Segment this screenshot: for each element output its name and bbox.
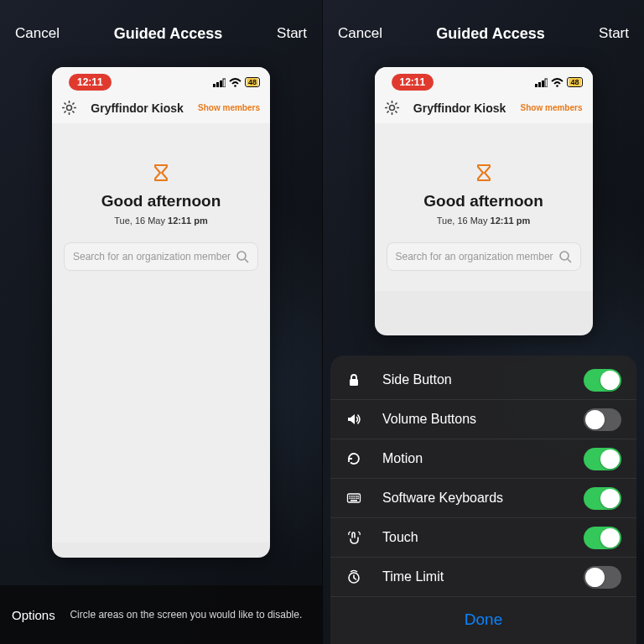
pane-left: Cancel Guided Access Start 12:11 48 Gryf… — [0, 0, 322, 644]
gear-icon[interactable] — [385, 101, 399, 115]
search-field[interactable] — [64, 242, 258, 271]
app-title: Gryffindor Kiosk — [413, 101, 506, 115]
app-content-empty — [52, 291, 270, 543]
app-content: Good afternoon Tue, 16 May 12:11 pm — [375, 123, 593, 291]
gear-icon[interactable] — [62, 101, 76, 115]
cellular-icon — [535, 78, 548, 87]
battery-indicator: 48 — [567, 77, 582, 87]
show-members-link[interactable]: Show members — [521, 103, 583, 112]
cancel-button[interactable]: Cancel — [15, 25, 60, 42]
status-time-pill: 12:11 — [69, 74, 112, 91]
date-line: Tue, 16 May 12:11 pm — [64, 216, 258, 226]
option-row-motion: Motion — [330, 439, 636, 479]
option-label: Touch — [382, 530, 584, 545]
pane-right: Cancel Guided Access Start 12:11 48 Gryf… — [322, 0, 644, 644]
option-row-touch: Touch — [330, 518, 636, 558]
option-row-volume-buttons: Volume Buttons — [330, 400, 636, 439]
wifi-icon — [551, 78, 564, 87]
date-prefix: Tue, 16 May — [114, 216, 168, 226]
done-bar: Done — [330, 597, 636, 644]
start-button[interactable]: Start — [599, 25, 629, 42]
hourglass-icon — [475, 164, 493, 182]
battery-level: 48 — [247, 78, 258, 86]
touch-icon — [344, 530, 364, 545]
toggle-software-keyboards[interactable] — [584, 487, 621, 510]
status-bar: 12:11 48 — [52, 67, 270, 94]
search-input[interactable] — [396, 251, 558, 262]
search-icon — [236, 250, 249, 263]
date-prefix: Tue, 16 May — [437, 216, 491, 226]
app-preview[interactable]: 12:11 48 Gryffindor Kiosk Show members G… — [52, 67, 270, 558]
lock-icon — [344, 372, 364, 387]
app-header: Gryffindor Kiosk Show members — [375, 94, 593, 123]
time-limit-icon — [344, 569, 364, 584]
cancel-button[interactable]: Cancel — [338, 25, 382, 42]
battery-indicator: 48 — [245, 77, 260, 87]
status-time-pill: 12:11 — [392, 74, 434, 91]
toggle-motion[interactable] — [584, 448, 621, 470]
app-header: Gryffindor Kiosk Show members — [52, 94, 270, 123]
option-label: Volume Buttons — [382, 412, 584, 427]
greeting-text: Good afternoon — [64, 192, 258, 210]
greeting-text: Good afternoon — [387, 192, 581, 210]
search-field[interactable] — [387, 242, 581, 271]
option-row-time-limit: Time Limit — [330, 558, 636, 597]
keyboard-icon — [344, 491, 364, 506]
search-icon — [558, 250, 572, 263]
toggle-time-limit[interactable] — [584, 566, 621, 589]
start-button[interactable]: Start — [277, 25, 307, 42]
toggle-volume-buttons[interactable] — [584, 408, 621, 431]
guided-access-title: Guided Access — [114, 25, 222, 43]
show-members-link[interactable]: Show members — [198, 103, 260, 112]
guided-access-top-bar: Cancel Guided Access Start — [323, 0, 644, 67]
battery-level: 48 — [569, 78, 580, 86]
option-row-side-button: Side Button — [330, 361, 636, 400]
status-bar: 12:11 48 — [375, 67, 593, 94]
toggle-touch[interactable] — [584, 527, 621, 549]
options-sheet: Side Button Volume Buttons Motion Softwa… — [330, 356, 636, 644]
wifi-icon — [229, 78, 242, 87]
guided-access-top-bar: Cancel Guided Access Start — [0, 0, 322, 67]
option-label: Motion — [382, 451, 584, 466]
volume-icon — [344, 412, 364, 427]
option-label: Side Button — [382, 372, 584, 387]
app-content: Good afternoon Tue, 16 May 12:11 pm — [52, 123, 270, 291]
search-input[interactable] — [73, 251, 236, 262]
date-time: 12:11 pm — [491, 216, 531, 226]
option-label: Software Keyboards — [382, 491, 584, 506]
options-hint: Circle areas on the screen you would lik… — [62, 608, 310, 621]
options-button[interactable]: Options — [12, 608, 55, 622]
hourglass-icon — [152, 164, 170, 182]
option-label: Time Limit — [382, 569, 584, 584]
date-time: 12:11 pm — [168, 216, 208, 226]
date-line: Tue, 16 May 12:11 pm — [387, 216, 581, 226]
motion-icon — [344, 451, 364, 466]
option-row-software-keyboards: Software Keyboards — [330, 479, 636, 518]
toggle-side-button[interactable] — [584, 369, 621, 392]
guided-access-title: Guided Access — [436, 25, 544, 43]
cellular-icon — [213, 78, 226, 87]
app-title: Gryffindor Kiosk — [91, 101, 183, 115]
app-preview[interactable]: 12:11 48 Gryffindor Kiosk Show members G… — [375, 67, 593, 335]
done-button[interactable]: Done — [465, 610, 502, 628]
options-bar: Options Circle areas on the screen you w… — [0, 585, 322, 644]
